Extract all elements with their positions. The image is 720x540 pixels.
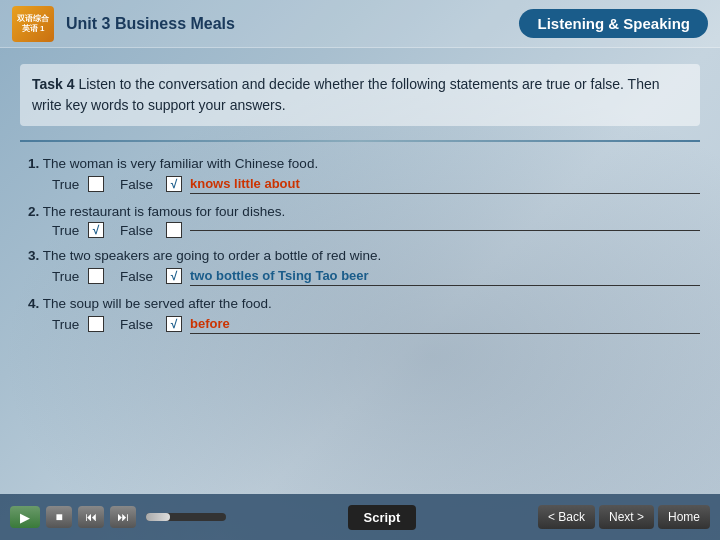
content-area: Task 4 Listen to the conversation and de… [0,48,720,494]
bottom-bar: ▶ ■ ⏮ ⏭ Script < Back Next > Home [0,494,720,540]
q4-answer-row: True False √ before [20,314,700,334]
q3-true-label: True [52,269,80,284]
stop-button[interactable]: ■ [46,506,72,528]
q2-num: 2. [28,204,39,219]
q2-false-checkbox[interactable] [166,222,182,238]
question-2: 2. The restaurant is famous for four dis… [20,204,700,238]
q3-answer-row: True False √ two bottles of Tsing Tao be… [20,266,700,286]
q3-false-checkbox[interactable]: √ [166,268,182,284]
script-button[interactable]: Script [348,505,417,530]
q3-answer-line: two bottles of Tsing Tao beer [190,266,700,286]
progress-bar[interactable] [146,513,226,521]
task-description: Task 4 Listen to the conversation and de… [20,64,700,126]
media-controls: ▶ ■ ⏮ ⏭ [10,506,226,528]
q4-true-label: True [52,317,80,332]
q3-text: The two speakers are going to order a bo… [43,248,381,263]
question-1-text: 1. The woman is very familiar with Chine… [20,156,700,171]
q1-answer-text: knows little about [190,176,300,191]
q4-answer-line: before [190,314,700,334]
logo-subtext: 英语 1 [22,24,45,34]
next-button[interactable]: Next > [599,505,654,529]
q1-answer-row: True False √ knows little about [20,174,700,194]
question-3-text: 3. The two speakers are going to order a… [20,248,700,263]
q2-true-checkbox[interactable]: √ [88,222,104,238]
q2-text: The restaurant is famous for four dishes… [43,204,285,219]
progress-fill [146,513,170,521]
back-button[interactable]: < Back [538,505,595,529]
q1-false-label: False [120,177,158,192]
task-label: Task 4 [32,76,75,92]
q1-num: 1. [28,156,39,171]
header: 双语综合 英语 1 Unit 3 Business Meals Listenin… [0,0,720,48]
q2-answer-row: True √ False [20,222,700,238]
center-controls: Script [348,505,417,530]
q3-true-checkbox[interactable] [88,268,104,284]
prev-button[interactable]: ⏮ [78,506,104,528]
q1-text: The woman is very familiar with Chinese … [43,156,318,171]
q3-answer-text: two bottles of Tsing Tao beer [190,268,369,283]
q4-answer-text: before [190,316,230,331]
question-2-text: 2. The restaurant is famous for four dis… [20,204,700,219]
q2-false-label: False [120,223,158,238]
q3-num: 3. [28,248,39,263]
logo: 双语综合 英语 1 [12,6,54,42]
q4-text: The soup will be served after the food. [43,296,272,311]
q2-answer-line [190,229,700,231]
question-4: 4. The soup will be served after the foo… [20,296,700,334]
q1-false-checkbox[interactable]: √ [166,176,182,192]
divider [20,140,700,142]
q4-num: 4. [28,296,39,311]
question-4-text: 4. The soup will be served after the foo… [20,296,700,311]
badge-label: Listening & Speaking [537,15,690,32]
q4-true-checkbox[interactable] [88,316,104,332]
q4-false-label: False [120,317,158,332]
q1-true-label: True [52,177,80,192]
questions-list: 1. The woman is very familiar with Chine… [20,156,700,334]
q4-false-checkbox[interactable]: √ [166,316,182,332]
unit-title: Unit 3 Business Meals [66,15,519,33]
play-button[interactable]: ▶ [10,506,40,528]
logo-text: 双语综合 [17,14,49,24]
section-badge: Listening & Speaking [519,9,708,38]
home-button[interactable]: Home [658,505,710,529]
next-media-button[interactable]: ⏭ [110,506,136,528]
task-text: Listen to the conversation and decide wh… [32,76,660,113]
q2-true-label: True [52,223,80,238]
question-3: 3. The two speakers are going to order a… [20,248,700,286]
q3-false-label: False [120,269,158,284]
navigation-buttons: < Back Next > Home [538,505,710,529]
question-1: 1. The woman is very familiar with Chine… [20,156,700,194]
q1-answer-line: knows little about [190,174,700,194]
q1-true-checkbox[interactable] [88,176,104,192]
